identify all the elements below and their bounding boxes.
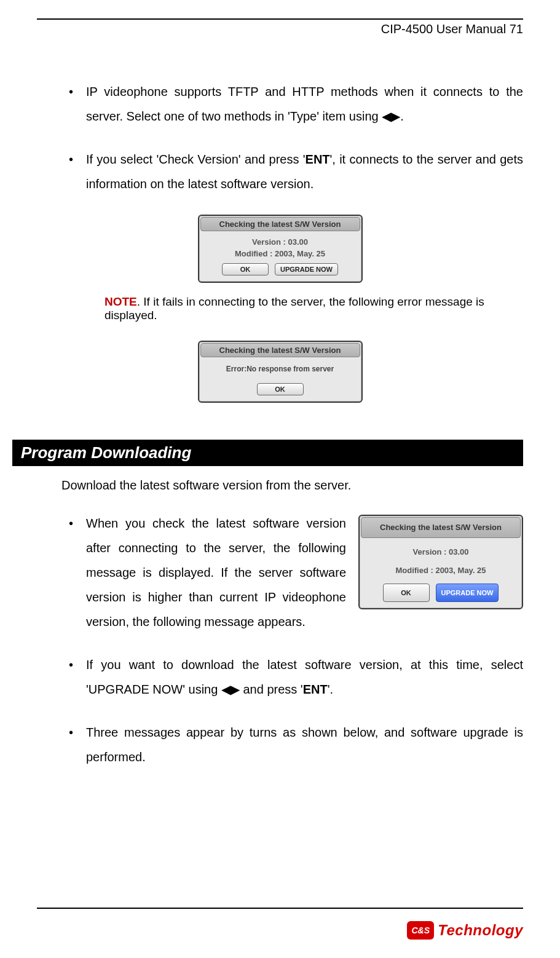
dialog-body: Error:No response from server OK xyxy=(200,357,360,400)
header: CIP-4500 User Manual 71 xyxy=(37,22,523,36)
dialog-error: Checking the latest S/W Version Error:No… xyxy=(37,341,523,403)
text: . xyxy=(400,109,404,123)
ok-button[interactable]: OK xyxy=(222,263,269,275)
dialog-buttons: OK UPGRADE NOW xyxy=(365,584,517,602)
ok-button[interactable]: OK xyxy=(257,383,304,395)
page-number: 71 xyxy=(510,22,523,36)
top-bullet-list: IP videophone supports TFTP and HTTP met… xyxy=(61,79,523,196)
section-heading: Program Downloading xyxy=(12,440,523,466)
bottom-rule xyxy=(37,908,523,909)
left-right-arrows-icon: ◀▶ xyxy=(382,109,400,123)
note-label: NOTE xyxy=(105,295,137,308)
dialog-version-check: Checking the latest S/W Version Version … xyxy=(37,215,523,283)
modified-line: Modified : 2003, May. 25 xyxy=(365,563,517,579)
left-right-arrows-icon: ◀▶ xyxy=(221,683,240,696)
logo-text: Technology xyxy=(438,922,523,939)
note-line: NOTE. If it fails in connecting to the s… xyxy=(105,295,523,322)
dialog-box: Checking the latest S/W Version Version … xyxy=(198,215,363,283)
dialog-buttons: OK UPGRADE NOW xyxy=(204,263,357,275)
logo-badge-icon: C&S xyxy=(407,921,434,940)
ok-button[interactable]: OK xyxy=(383,584,430,602)
section-intro: Download the latest software version fro… xyxy=(61,478,523,493)
doc-title: CIP-4500 User Manual xyxy=(381,22,506,36)
dialog-title: Checking the latest S/W Version xyxy=(200,217,360,231)
dialog-box: Checking the latest S/W Version Version … xyxy=(358,515,523,609)
modified-line: Modified : 2003, May. 25 xyxy=(204,249,357,258)
error-text: Error:No response from server xyxy=(204,365,357,373)
top-rule xyxy=(37,18,523,20)
text: and press ' xyxy=(240,683,303,696)
bullet-item-three-messages: Three messages appear by turns as shown … xyxy=(61,720,523,769)
page: CIP-4500 User Manual 71 IP videophone su… xyxy=(0,0,560,958)
bullet-item-download: If you want to download the latest softw… xyxy=(61,652,523,702)
text: IP videophone supports TFTP and HTTP met… xyxy=(86,85,523,123)
text: Three messages appear by turns as shown … xyxy=(86,726,523,764)
bullet-item-check-latest: Checking the latest S/W Version Version … xyxy=(61,511,523,634)
dialog-buttons: OK xyxy=(204,383,357,395)
ent-key: ENT xyxy=(306,152,330,166)
footer-logo: C&S Technology xyxy=(407,921,523,940)
text: '. xyxy=(328,683,333,696)
upgrade-now-button[interactable]: UPGRADE NOW xyxy=(275,263,338,275)
bottom-bullet-list: Checking the latest S/W Version Version … xyxy=(61,511,523,769)
text: If you select 'Check Version' and press … xyxy=(86,152,306,166)
ent-key: ENT xyxy=(303,683,328,696)
dialog-title: Checking the latest S/W Version xyxy=(361,517,521,538)
note-text: . If it fails in connecting to the serve… xyxy=(105,295,484,322)
upgrade-now-button[interactable]: UPGRADE NOW xyxy=(436,584,499,602)
dialog-body: Version : 03.00 Modified : 2003, May. 25… xyxy=(361,538,521,607)
dialog-title: Checking the latest S/W Version xyxy=(200,343,360,357)
dialog-inline: Checking the latest S/W Version Version … xyxy=(358,515,523,609)
version-line: Version : 03.00 xyxy=(204,237,357,247)
dialog-body: Version : 03.00 Modified : 2003, May. 25… xyxy=(200,231,360,280)
bullet-item-check-version: If you select 'Check Version' and press … xyxy=(61,147,523,196)
dialog-box: Checking the latest S/W Version Error:No… xyxy=(198,341,363,403)
bullet-item-type: IP videophone supports TFTP and HTTP met… xyxy=(61,79,523,129)
version-line: Version : 03.00 xyxy=(365,544,517,560)
